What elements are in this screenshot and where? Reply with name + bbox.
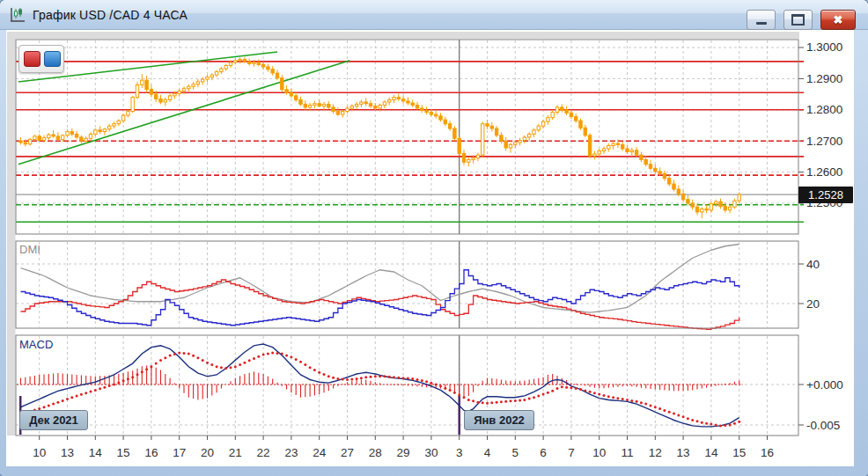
- signal-dot: [108, 384, 111, 387]
- signal-dot: [117, 381, 120, 384]
- sell-tool-button[interactable]: [24, 51, 40, 67]
- price-tick-label: 1.3000: [806, 40, 842, 54]
- candle-body: [24, 143, 26, 144]
- signal-dot: [636, 400, 638, 403]
- signal-dot: [687, 417, 689, 420]
- close-icon: ✖: [834, 14, 843, 26]
- candle-body: [588, 135, 591, 156]
- chart-canvas[interactable]: 1.30001.29001.28001.27001.26001.25004020…: [0, 0, 868, 476]
- candle-body: [612, 143, 614, 145]
- signal-dot: [206, 362, 209, 364]
- signal-dot: [439, 384, 442, 387]
- candle-body: [229, 62, 232, 66]
- signal-dot: [173, 353, 176, 355]
- candle-body: [472, 158, 474, 160]
- signal-dot: [248, 359, 251, 362]
- signal-dot: [99, 387, 101, 390]
- close-button[interactable]: ✖: [820, 10, 856, 30]
- signal-dot: [630, 399, 633, 402]
- buy-tool-button[interactable]: [44, 51, 61, 67]
- signal-dot: [122, 379, 125, 382]
- candle-body: [397, 98, 400, 99]
- candle-body: [476, 155, 479, 158]
- signal-dot: [658, 407, 661, 410]
- candle-body: [575, 117, 577, 121]
- candle-body: [435, 114, 438, 116]
- candle-body: [80, 137, 83, 141]
- signal-dot: [673, 413, 675, 415]
- candle-body: [673, 184, 675, 189]
- signal-dot: [523, 399, 526, 401]
- time-tick-label: 21: [229, 446, 242, 459]
- candle-body: [663, 173, 666, 178]
- signal-dot: [738, 421, 740, 423]
- signal-dot: [70, 396, 73, 399]
- signal-dot: [612, 396, 614, 399]
- signal-dot: [528, 398, 531, 400]
- macd-tick-label: -0.005: [806, 419, 840, 432]
- time-tick-label: 22: [257, 446, 270, 459]
- signal-dot: [411, 377, 414, 380]
- candle-body: [188, 86, 190, 88]
- signal-dot: [561, 385, 563, 388]
- candle-body: [654, 168, 657, 172]
- signal-dot: [542, 393, 545, 396]
- candle-body: [593, 154, 596, 156]
- candle-body: [271, 70, 274, 73]
- month-label-january: Янв 2022: [464, 410, 534, 430]
- signal-dot: [141, 370, 143, 373]
- signal-dot: [164, 356, 166, 359]
- candle-body: [523, 137, 526, 141]
- top-gutter: [7, 32, 799, 39]
- signal-dot: [202, 359, 204, 362]
- candle-body: [411, 103, 414, 105]
- signal-dot: [733, 422, 736, 425]
- price-tick-label: 1.2700: [806, 135, 842, 148]
- time-tick-label: 6: [540, 446, 547, 459]
- candle-body: [462, 153, 465, 162]
- candle-body: [234, 61, 237, 62]
- time-tick-label: 3: [456, 446, 463, 459]
- candle-body: [416, 105, 418, 108]
- candle-body: [486, 124, 489, 126]
- macd-tick-label: +0.000: [806, 378, 843, 392]
- candle-body: [62, 135, 64, 140]
- signal-dot: [622, 398, 624, 400]
- signal-dot: [295, 358, 298, 361]
- candle-body: [439, 116, 442, 120]
- signal-dot: [299, 361, 302, 363]
- signal-dot: [490, 401, 493, 404]
- candle-body: [364, 102, 367, 104]
- candle-body: [192, 84, 195, 86]
- time-tick-label: 13: [677, 446, 690, 459]
- candle-body: [145, 80, 148, 90]
- signal-dot: [80, 393, 83, 396]
- candle-body: [215, 72, 217, 76]
- signal-dot: [654, 406, 657, 408]
- candle-body: [407, 101, 409, 103]
- candle-body: [304, 104, 306, 107]
- candle-body: [500, 135, 503, 141]
- title-bar[interactable]: График USD /CAD 4 ЧАСА ✖: [0, 0, 868, 30]
- signal-dot: [90, 391, 92, 393]
- signal-dot: [425, 380, 428, 383]
- signal-dot: [136, 373, 139, 376]
- signal-dot: [327, 375, 330, 377]
- candle-body: [94, 130, 97, 135]
- signal-dot: [729, 424, 732, 427]
- time-tick-label: 30: [424, 446, 438, 459]
- candle-body: [150, 90, 152, 94]
- minimize-button[interactable]: [747, 10, 776, 30]
- signal-dot: [383, 375, 386, 377]
- macd-pane-bg: [16, 335, 798, 436]
- signal-dot: [705, 422, 708, 425]
- signal-dot: [374, 375, 377, 377]
- signal-dot: [52, 403, 55, 406]
- signal-dot: [155, 362, 158, 365]
- candle-body: [401, 99, 404, 100]
- signal-dot: [650, 404, 652, 406]
- maximize-button[interactable]: [783, 10, 813, 30]
- candle-body: [173, 93, 176, 95]
- signal-dot: [575, 387, 577, 390]
- signal-dot: [364, 376, 367, 378]
